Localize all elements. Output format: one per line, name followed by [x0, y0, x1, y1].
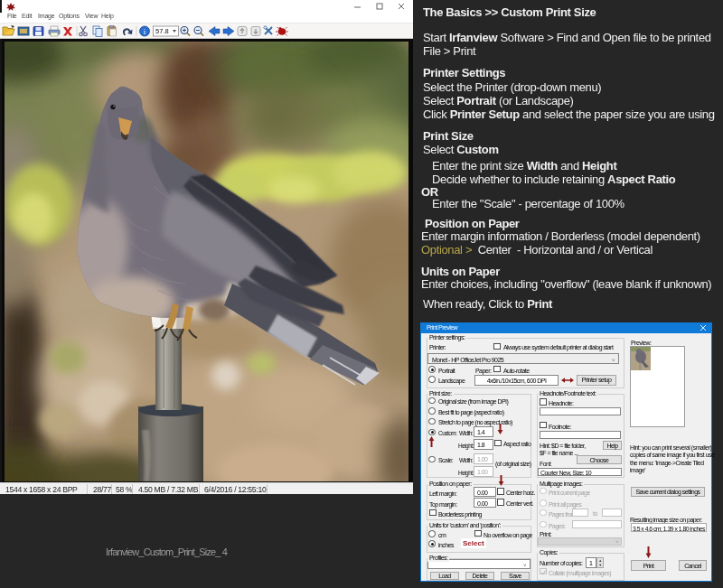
svg-text:57.8: 57.8: [155, 27, 169, 35]
